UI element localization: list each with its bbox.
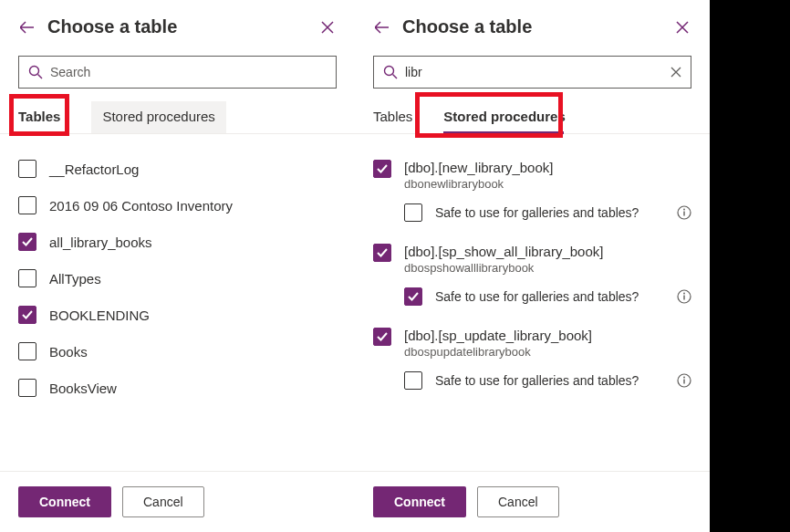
safe-option-row: Safe to use for galleries and tables?	[373, 194, 691, 235]
table-list[interactable]: __RefactorLog2016 09 06 Contoso Inventor…	[0, 134, 355, 471]
procedure-sublabel: dbonewlibrarybook	[404, 177, 553, 191]
row-label: all_library_books	[49, 235, 152, 250]
back-icon[interactable]	[18, 18, 36, 37]
info-icon[interactable]	[677, 205, 691, 220]
close-icon[interactable]	[318, 18, 337, 37]
search-box[interactable]	[18, 56, 337, 89]
procedure-block: [dbo].[sp_show_all_library_book]dbospsho…	[373, 235, 691, 318]
procedure-block: [dbo].[new_library_book]dbonewlibraryboo…	[373, 151, 691, 235]
safe-label: Safe to use for galleries and tables?	[435, 205, 670, 220]
row-checkbox[interactable]	[18, 233, 36, 251]
tab-tables[interactable]: Tables	[373, 101, 427, 133]
procedure-sublabel: dbospupdatelibrarybook	[404, 345, 592, 359]
svg-rect-10	[683, 380, 684, 384]
page-title: Choose a table	[47, 16, 318, 37]
row-label: AllTypes	[49, 271, 101, 287]
safe-checkbox[interactable]	[404, 287, 422, 306]
row-checkbox[interactable]	[18, 306, 36, 324]
header: Choose a table	[0, 0, 355, 47]
row-label: BooksView	[49, 381, 117, 396]
row-checkbox[interactable]	[18, 379, 36, 397]
row-checkbox[interactable]	[18, 269, 36, 287]
connect-button[interactable]: Connect	[18, 486, 111, 517]
procedure-row[interactable]: [dbo].[sp_update_library_book]dbospupdat…	[373, 318, 691, 362]
procedure-row[interactable]: [dbo].[sp_show_all_library_book]dbospsho…	[373, 235, 691, 278]
svg-point-1	[385, 67, 394, 76]
row-checkbox[interactable]	[373, 244, 391, 262]
row-label: Books	[49, 344, 88, 360]
row-label: 2016 09 06 Contoso Inventory	[49, 198, 233, 214]
footer: Connect Cancel	[355, 471, 710, 532]
svg-rect-4	[683, 212, 684, 216]
safe-checkbox[interactable]	[404, 371, 422, 390]
table-row[interactable]: all_library_books	[18, 224, 337, 260]
table-row[interactable]: __RefactorLog	[18, 151, 337, 187]
table-row[interactable]: AllTypes	[18, 260, 337, 297]
close-icon[interactable]	[673, 18, 691, 37]
cancel-button[interactable]: Cancel	[477, 486, 559, 517]
safe-label: Safe to use for galleries and tables?	[435, 289, 670, 304]
svg-point-6	[683, 293, 685, 295]
procedure-row[interactable]: [dbo].[new_library_book]dbonewlibraryboo…	[373, 151, 691, 194]
safe-checkbox[interactable]	[404, 203, 422, 222]
tab-stored-procedures[interactable]: Stored procedures	[91, 101, 225, 133]
procedure-sublabel: dbospshowalllibrarybook	[404, 261, 603, 275]
table-row[interactable]: Books	[18, 333, 337, 370]
safe-option-row: Safe to use for galleries and tables?	[373, 362, 691, 402]
search-input[interactable]	[405, 65, 670, 79]
row-checkbox[interactable]	[373, 328, 391, 346]
row-checkbox[interactable]	[18, 160, 36, 178]
panel-right: Choose a table Tables Stored procedures …	[355, 0, 710, 532]
safe-option-row: Safe to use for galleries and tables?	[373, 278, 691, 318]
header: Choose a table	[355, 0, 710, 47]
svg-point-3	[683, 209, 685, 211]
procedure-list[interactable]: [dbo].[new_library_book]dbonewlibraryboo…	[355, 134, 710, 471]
row-label: __RefactorLog	[49, 162, 139, 177]
cancel-button[interactable]: Cancel	[122, 486, 204, 517]
footer: Connect Cancel	[0, 471, 355, 532]
tabs: Tables Stored procedures	[0, 89, 355, 134]
procedure-block: [dbo].[sp_update_library_book]dbospupdat…	[373, 318, 691, 402]
search-icon	[383, 65, 398, 79]
svg-rect-7	[683, 296, 684, 300]
search-box[interactable]	[373, 56, 691, 89]
info-icon[interactable]	[677, 289, 691, 304]
panel-left: Choose a table Tables Stored procedures …	[0, 0, 355, 532]
page-title: Choose a table	[402, 16, 673, 37]
back-icon[interactable]	[373, 18, 391, 37]
search-icon	[28, 65, 43, 79]
procedure-label: [dbo].[sp_update_library_book]	[404, 328, 592, 343]
row-checkbox[interactable]	[373, 160, 391, 178]
procedure-label: [dbo].[new_library_book]	[404, 160, 553, 175]
svg-point-0	[30, 67, 39, 76]
row-label: BOOKLENDING	[49, 308, 150, 323]
tab-stored-procedures[interactable]: Stored procedures	[443, 101, 579, 133]
tabs: Tables Stored procedures	[355, 89, 710, 134]
search-container	[355, 47, 710, 89]
table-row[interactable]: BOOKLENDING	[18, 297, 337, 333]
row-checkbox[interactable]	[18, 342, 36, 360]
connect-button[interactable]: Connect	[373, 486, 466, 517]
info-icon[interactable]	[677, 373, 691, 388]
safe-label: Safe to use for galleries and tables?	[435, 373, 670, 388]
row-checkbox[interactable]	[18, 196, 36, 214]
table-row[interactable]: BooksView	[18, 370, 337, 406]
svg-point-9	[683, 377, 685, 379]
clear-search-icon[interactable]	[670, 67, 681, 78]
table-row[interactable]: 2016 09 06 Contoso Inventory	[18, 187, 337, 224]
procedure-label: [dbo].[sp_show_all_library_book]	[404, 244, 603, 259]
search-container	[0, 47, 355, 89]
tab-tables[interactable]: Tables	[18, 101, 75, 133]
search-input[interactable]	[50, 65, 327, 79]
